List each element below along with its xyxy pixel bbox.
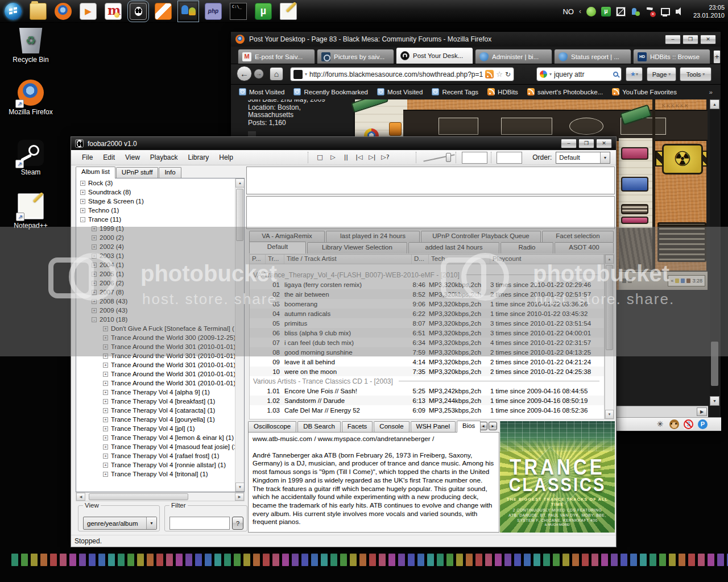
desktop-icon-steam[interactable]: ↗ Steam — [1, 140, 60, 176]
urlbar-dropdown-icon[interactable]: ▾ — [305, 72, 307, 77]
album-tree-item[interactable]: + Trance Around the World 301 (2010-01-0… — [76, 379, 244, 388]
playlist-track-row[interactable]: 1.02 Sandstorm // Darude 6:13 MP3,244kbp… — [250, 396, 604, 405]
playlist-track-row[interactable]: 05 primitus 8:07 MP3,320kbps,2ch 3 times… — [250, 318, 604, 328]
menu-item[interactable]: Edit — [98, 152, 120, 163]
tree-expand-icon[interactable]: + — [103, 463, 108, 468]
playlist-tab[interactable]: Facet selection — [542, 231, 614, 242]
tree-expand-icon[interactable]: + — [103, 399, 108, 404]
playlist-tab[interactable]: added last 24 hours — [408, 242, 499, 253]
playlist-vertical-scrollbar[interactable]: ▲ ▼ — [605, 254, 614, 419]
taskbar-icon[interactable] — [280, 3, 297, 20]
filter-input[interactable] — [169, 517, 230, 530]
tab-scroll-right-button[interactable]: ▸ — [489, 422, 497, 430]
bookmark-item[interactable]: HDBits — [487, 88, 518, 95]
bookmarks-overflow-chevron[interactable]: » — [709, 89, 713, 95]
volume-thumb[interactable] — [446, 153, 451, 162]
tools-menu-button[interactable]: Tools▾ — [680, 67, 712, 81]
statusbar-icon[interactable] — [669, 419, 679, 429]
album-tree-item[interactable]: + Trance Around the World 301 (2010-01-0… — [76, 360, 244, 369]
home-button[interactable]: ⌂ — [270, 67, 283, 81]
search-engine-dropdown-icon[interactable]: ▾ — [549, 72, 552, 77]
taskbar-icon[interactable] — [180, 3, 197, 20]
clock[interactable]: 23:05 23.01.2010 — [690, 3, 725, 19]
url-bar[interactable]: ▾ http://forums.blackmesasource.com/show… — [290, 67, 514, 81]
album-tree-item[interactable]: + 2008 (43) — [76, 297, 244, 306]
album-tree-item[interactable]: + Trance Therapy Vol 4 [tritonal] (1) — [76, 469, 244, 479]
playlist-scroll-thumb[interactable] — [606, 265, 613, 350]
tree-expand-icon[interactable]: + — [103, 381, 108, 386]
column-header[interactable]: D... — [412, 255, 429, 264]
playlist[interactable]: VA-Trance_Therapy_Vol_4-(FLASH_B007)-WEB… — [249, 264, 605, 419]
album-tree-item[interactable]: + Trance Around the World 300 (2009-12-2… — [76, 333, 244, 342]
vscroll-down-arrow[interactable]: ▼ — [710, 396, 719, 406]
album-art[interactable]: TRANCE CLASSICS THE BIGGEST TRANCE TRACK… — [500, 421, 615, 533]
browser-tab[interactable]: Status report | ... — [554, 49, 631, 64]
statusbar-icon[interactable] — [655, 419, 665, 429]
firefox-titlebar[interactable]: Post Your Desktop - Page 83 - Black Mesa… — [231, 32, 721, 47]
album-tree-item[interactable]: + 2003 (1) — [76, 251, 244, 260]
vertical-scrollbar[interactable]: ▲ ▼ — [710, 99, 719, 417]
scroll-down-icon[interactable]: ▼ — [235, 483, 245, 492]
bookmark-item[interactable]: saivert's Photobucke... — [527, 88, 603, 95]
page-menu-button[interactable]: Page▾ — [647, 67, 676, 81]
tree-expand-icon[interactable]: + — [92, 272, 97, 277]
forward-button[interactable]: → — [254, 69, 264, 79]
dropdown-arrow-icon[interactable]: ▼ — [146, 517, 156, 529]
tree-hscroll-thumb[interactable] — [89, 493, 188, 500]
column-header[interactable]: Playcount — [490, 255, 604, 264]
tree-expand-icon[interactable]: + — [103, 408, 108, 413]
hscroll-right-arrow[interactable]: ▶ — [697, 408, 707, 416]
album-tree-item[interactable]: + 2004 (1) — [76, 260, 244, 269]
url-text[interactable]: http://forums.blackmesasource.com/showth… — [309, 70, 483, 78]
menu-item[interactable]: File — [77, 152, 98, 163]
tree-expand-icon[interactable]: + — [92, 253, 97, 259]
tree-expand-icon[interactable]: + — [103, 444, 108, 450]
panel-tab[interactable]: Bios — [457, 421, 481, 433]
panel-tab[interactable]: Info — [159, 167, 181, 178]
column-header[interactable]: Title / Track Artist — [284, 255, 412, 264]
desktop-icon-notepadpp[interactable]: ↗ Notepad++ — [1, 193, 60, 230]
tree-expand-icon[interactable]: + — [103, 372, 108, 377]
album-tree-item[interactable]: + 2006 (2) — [76, 278, 244, 288]
tray-icon[interactable] — [601, 7, 611, 16]
taskbar-icon[interactable] — [5, 3, 22, 20]
panel-tab[interactable]: Console — [374, 421, 409, 433]
statusbar-icon[interactable] — [684, 419, 693, 429]
language-indicator[interactable]: NO — [562, 7, 574, 16]
album-tree-item[interactable]: + Trance Therapy Vol 4 [lemon & einar k]… — [76, 433, 244, 442]
playlist-tab[interactable]: Radio — [500, 242, 553, 253]
album-tree-item[interactable]: + 2000 (2) — [76, 233, 244, 242]
playlist-track-row[interactable]: 02 the air between 8:52 MP3,320kbps,2ch … — [250, 289, 604, 299]
album-tree-item[interactable]: + Trance Therapy Vol 4 [gouryella] (1) — [76, 415, 244, 424]
tree-expand-icon[interactable]: + — [103, 335, 108, 340]
tree-expand-icon[interactable]: + — [92, 226, 97, 231]
menu-item[interactable]: View — [120, 152, 145, 163]
taskbar-icon[interactable] — [255, 3, 272, 20]
transport-button[interactable]: ▷? — [379, 152, 391, 164]
playlist-tab[interactable]: last played in 24 hours — [326, 231, 420, 242]
filter-help-button[interactable]: ? — [232, 517, 243, 530]
tree-expand-icon[interactable]: + — [92, 235, 97, 240]
maximize-button[interactable]: ❐ — [578, 139, 594, 148]
playlist-track-row[interactable]: 01 ligaya (ferry corsten remix) 8:46 MP3… — [250, 280, 604, 289]
desktop-icon-recycle-bin[interactable]: ↗ Recycle Bin — [1, 27, 60, 64]
playlist-tab[interactable]: UPnP Controller Playback Queue — [421, 231, 541, 242]
bookmark-item[interactable]: Recently Bookmarked — [293, 88, 368, 95]
tray-icon[interactable] — [616, 7, 626, 16]
panel-tab[interactable]: WSH Panel — [411, 421, 456, 433]
browser-tab[interactable]: Post Your Desk... — [396, 47, 473, 64]
scroll-up-icon[interactable]: ▲ — [235, 178, 245, 188]
tree-expand-icon[interactable]: + — [103, 426, 108, 431]
taskbar-icon[interactable] — [230, 3, 247, 20]
bookmark-item[interactable]: Most Visited — [239, 88, 284, 95]
tree-expand-icon[interactable]: + — [92, 290, 97, 295]
order-dropdown[interactable]: Default ▼ — [556, 152, 610, 164]
tree-expand-icon[interactable]: + — [103, 344, 108, 350]
album-tree-item[interactable]: + Rock (3) — [76, 178, 244, 188]
album-tree-item[interactable]: + Soundtrack (8) — [76, 188, 244, 197]
transport-button[interactable]: |◁ — [353, 152, 365, 164]
volume-slider[interactable] — [422, 152, 452, 163]
scroll-down-icon[interactable]: ▼ — [605, 410, 614, 419]
album-tree-item[interactable]: + Trance Therapy Vol 4 [alpha 9] (1) — [76, 388, 244, 397]
artist-bio-panel[interactable]: www.atb-music.com / www.myspace.com/andr… — [248, 432, 499, 533]
